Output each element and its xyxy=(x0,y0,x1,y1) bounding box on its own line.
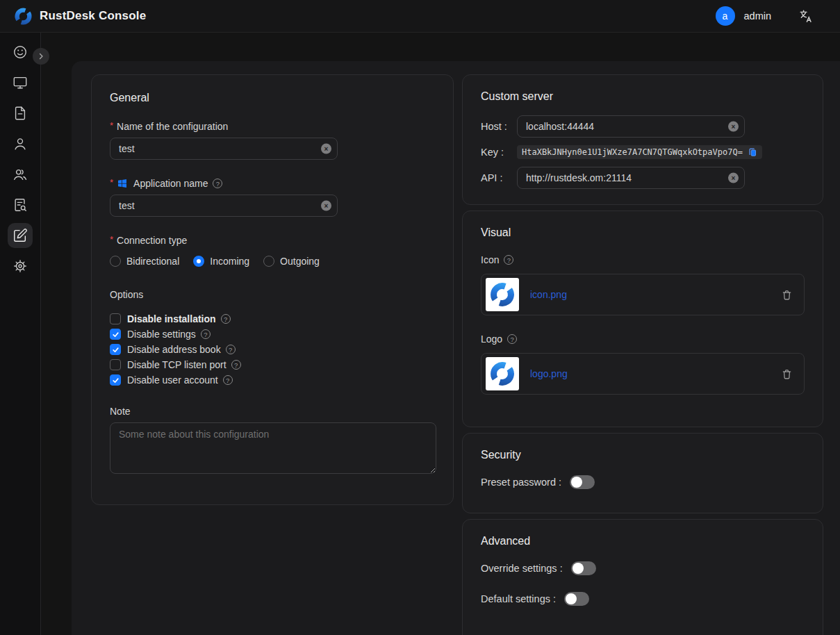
override-settings-row: Override settings : xyxy=(481,561,805,575)
trash-icon[interactable] xyxy=(781,289,793,301)
translate-icon[interactable] xyxy=(799,9,814,24)
icon-upload-label: Icon ? xyxy=(481,254,805,265)
checkbox-disable-user-account[interactable]: Disable user account ? xyxy=(110,372,435,388)
radio-outgoing[interactable]: Outgoing xyxy=(263,256,320,267)
logo-file-box: logo.png xyxy=(481,353,805,395)
options-list: Disable installation ? Disable settings … xyxy=(110,311,435,388)
clear-icon[interactable]: × xyxy=(728,122,739,132)
help-icon[interactable]: ? xyxy=(226,345,236,354)
note-textarea[interactable] xyxy=(110,422,436,474)
custom-server-panel: Custom server Host : × Key : HtaXBkJNHyn… xyxy=(462,74,823,205)
override-settings-toggle[interactable] xyxy=(571,561,596,575)
default-settings-row: Default settings : xyxy=(481,592,805,606)
trash-icon[interactable] xyxy=(781,368,793,380)
copy-icon[interactable] xyxy=(748,147,757,157)
api-input[interactable] xyxy=(517,167,745,189)
host-row: Host : × xyxy=(481,115,805,138)
default-settings-toggle[interactable] xyxy=(564,592,589,606)
checkbox-icon xyxy=(110,329,121,340)
clear-icon[interactable]: × xyxy=(321,144,331,154)
host-input-wrap: × xyxy=(517,115,745,138)
connection-type-group: Bidirectional Incoming Outgoing xyxy=(110,256,435,267)
radio-icon xyxy=(110,256,121,267)
sidebar-item-custom-clients[interactable] xyxy=(8,223,33,248)
advanced-title: Advanced xyxy=(481,535,805,547)
radio-icon xyxy=(263,256,274,267)
app-title: RustDesk Console xyxy=(40,9,146,23)
connection-type-label: * Connection type xyxy=(110,235,435,246)
toggle-knob xyxy=(573,563,584,574)
toggle-knob xyxy=(566,593,577,604)
checkbox-disable-tcp-listen-port[interactable]: Disable TCP listen port ? xyxy=(110,357,435,372)
key-value: HtaXBkJNHyn0e1U1jWXze7A7CN7QTGWqxkOtpaVp… xyxy=(522,147,743,157)
gear-icon xyxy=(13,258,28,274)
required-marker: * xyxy=(110,120,113,131)
radio-incoming[interactable]: Incoming xyxy=(193,256,249,267)
sidebar-item-users[interactable] xyxy=(8,131,33,156)
options-label: Options xyxy=(110,289,435,300)
sidebar-item-settings[interactable] xyxy=(8,254,33,279)
general-title: General xyxy=(110,92,435,104)
help-icon[interactable]: ? xyxy=(231,360,241,370)
sidebar xyxy=(0,33,41,635)
help-icon[interactable]: ? xyxy=(507,334,517,344)
radio-icon xyxy=(193,256,204,267)
avatar[interactable]: a xyxy=(716,6,735,26)
logo-upload-label: Logo ? xyxy=(481,333,805,345)
logo-file-link[interactable]: logo.png xyxy=(530,368,568,379)
key-value-chip[interactable]: HtaXBkJNHyn0e1U1jWXze7A7CN7QTGWqxkOtpaVp… xyxy=(517,145,762,159)
monitor-icon xyxy=(13,75,28,90)
icon-file-link[interactable]: icon.png xyxy=(530,289,567,300)
api-input-wrap: × xyxy=(517,167,745,189)
app-name-input[interactable] xyxy=(110,195,338,217)
sidebar-item-devices[interactable] xyxy=(8,70,33,95)
windows-icon xyxy=(117,178,128,189)
logo-thumbnail xyxy=(486,357,519,390)
help-icon[interactable]: ? xyxy=(223,375,233,385)
preset-password-row: Preset password : xyxy=(481,475,805,489)
app-name-label: * Application name ? xyxy=(110,178,435,189)
clear-icon[interactable]: × xyxy=(728,173,739,183)
api-label: API : xyxy=(481,172,517,183)
main-content: General * Name of the configuration × * … xyxy=(72,61,840,635)
config-name-label: * Name of the configuration xyxy=(110,121,435,132)
security-title: Security xyxy=(481,449,805,461)
sidebar-item-groups[interactable] xyxy=(8,162,33,187)
chevron-right-icon xyxy=(37,52,45,60)
checkbox-disable-installation[interactable]: Disable installation ? xyxy=(110,311,435,327)
checkbox-icon xyxy=(110,313,121,324)
rustdesk-logo-icon xyxy=(14,7,33,26)
app-name-input-wrap: × xyxy=(110,195,338,217)
icon-thumbnail xyxy=(486,278,519,311)
clear-icon[interactable]: × xyxy=(321,201,331,211)
radio-bidirectional[interactable]: Bidirectional xyxy=(110,256,179,267)
sidebar-expand-button[interactable] xyxy=(33,48,49,65)
checkbox-icon xyxy=(110,344,121,355)
advanced-panel: Advanced Override settings : Default set… xyxy=(462,519,823,635)
checkbox-disable-address-book[interactable]: Disable address book ? xyxy=(110,342,435,357)
username[interactable]: admin xyxy=(744,10,772,22)
api-row: API : × xyxy=(481,167,805,189)
key-row: Key : HtaXBkJNHyn0e1U1jWXze7A7CN7QTGWqxk… xyxy=(481,142,805,163)
sidebar-item-logs[interactable] xyxy=(8,101,33,126)
visual-panel: Visual Icon ? icon.png xyxy=(462,211,823,427)
host-input[interactable] xyxy=(517,115,745,138)
app-header: RustDesk Console a admin xyxy=(0,0,840,33)
config-name-input[interactable] xyxy=(110,138,338,160)
required-marker: * xyxy=(110,177,113,188)
general-panel: General * Name of the configuration × * … xyxy=(91,74,454,505)
document-search-icon xyxy=(13,197,28,213)
note-label: Note xyxy=(110,406,435,417)
sidebar-item-status[interactable] xyxy=(8,40,33,65)
help-icon[interactable]: ? xyxy=(221,314,231,324)
checkbox-disable-settings[interactable]: Disable settings ? xyxy=(110,327,435,342)
help-icon[interactable]: ? xyxy=(201,329,211,339)
help-icon[interactable]: ? xyxy=(213,179,222,188)
help-icon[interactable]: ? xyxy=(504,255,513,265)
key-label: Key : xyxy=(481,147,517,158)
users-icon xyxy=(13,167,28,182)
edit-icon xyxy=(13,228,28,243)
user-icon xyxy=(13,136,28,151)
sidebar-item-audit[interactable] xyxy=(8,192,33,217)
preset-password-toggle[interactable] xyxy=(570,475,595,489)
